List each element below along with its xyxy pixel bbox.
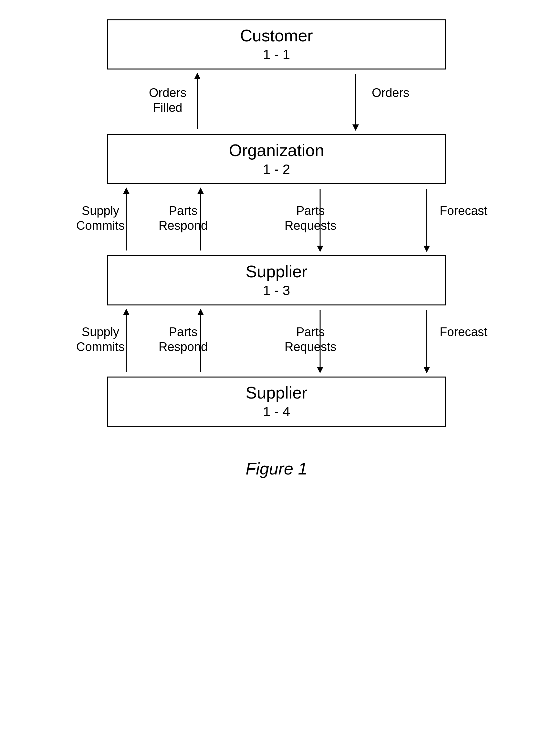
arrow-section-org-supplier1: SupplyCommits PartsRespond PartsRequests…	[107, 184, 446, 255]
arrows-svg-bot	[107, 305, 446, 376]
forecast-label-2: Forecast	[440, 325, 487, 340]
customer-title: Customer	[240, 26, 313, 45]
supply-commits-label-2: SupplyCommits	[76, 325, 125, 354]
svg-marker-11	[423, 246, 430, 252]
customer-id: 1 - 1	[263, 47, 290, 62]
supplier1-box: Supplier 1 - 3	[107, 255, 446, 305]
svg-marker-3	[352, 125, 359, 131]
parts-requests-label-1: PartsRequests	[285, 204, 336, 233]
parts-requests-label-2: PartsRequests	[285, 325, 336, 354]
svg-marker-17	[317, 367, 323, 373]
organization-box: Organization 1 - 2	[107, 134, 446, 184]
supplier1-title: Supplier	[246, 263, 308, 281]
svg-marker-9	[317, 246, 323, 252]
supplier2-id: 1 - 4	[263, 404, 290, 419]
svg-marker-19	[423, 367, 430, 373]
svg-marker-7	[198, 188, 204, 194]
page: Customer 1 - 1 OrdersFilled Orders Organ…	[0, 0, 553, 756]
arrow-section-supplier1-supplier2: SupplyCommits PartsRespond PartsRequests…	[107, 305, 446, 376]
supplier2-box: Supplier 1 - 4	[107, 376, 446, 427]
supplier2-title: Supplier	[246, 384, 308, 402]
supply-commits-label-1: SupplyCommits	[76, 204, 125, 233]
supplier1-id: 1 - 3	[263, 283, 290, 298]
orders-filled-label: OrdersFilled	[149, 86, 186, 115]
svg-marker-13	[123, 309, 130, 315]
customer-box: Customer 1 - 1	[107, 19, 446, 69]
svg-marker-5	[123, 188, 130, 194]
organization-id: 1 - 2	[263, 161, 290, 177]
diagram: Customer 1 - 1 OrdersFilled Orders Organ…	[51, 19, 502, 478]
figure-caption: Figure 1	[246, 459, 308, 478]
svg-marker-15	[198, 309, 204, 315]
orders-label: Orders	[372, 86, 409, 100]
svg-marker-1	[194, 73, 201, 79]
arrow-section-customer-org: OrdersFilled Orders	[107, 69, 446, 134]
parts-respond-label-2: PartsRespond	[159, 325, 208, 354]
organization-title: Organization	[229, 141, 324, 160]
arrows-svg-mid	[107, 184, 446, 255]
parts-respond-label-1: PartsRespond	[159, 204, 208, 233]
forecast-label-1: Forecast	[440, 204, 487, 218]
